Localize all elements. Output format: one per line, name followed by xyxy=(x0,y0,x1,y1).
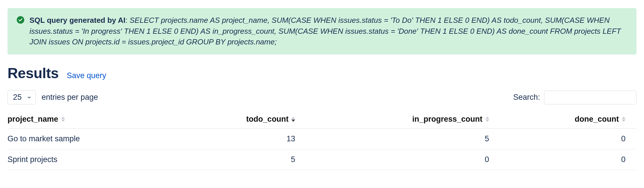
column-header-done_count[interactable]: done_count xyxy=(500,110,636,129)
sort-icon xyxy=(61,116,65,122)
column-header-todo_count[interactable]: todo_count xyxy=(174,110,306,129)
results-table-head: project_nametodo_countin_progress_countd… xyxy=(8,110,636,129)
sort-icon xyxy=(622,116,626,122)
sort-icon xyxy=(291,116,295,122)
right-controls: Search: xyxy=(513,91,636,104)
sql-alert-prefix: SQL query generated by AI xyxy=(29,16,125,25)
cell-in_progress_count: 0 xyxy=(306,149,500,170)
column-header-in_progress_count[interactable]: in_progress_count xyxy=(306,110,500,129)
chevron-down-icon xyxy=(27,93,31,102)
svg-marker-2 xyxy=(291,117,295,119)
column-label: project_name xyxy=(8,115,58,124)
sort-icon xyxy=(485,116,489,122)
controls-row: 25 entries per page Search: xyxy=(8,90,636,104)
entries-per-page-label: entries per page xyxy=(42,93,98,102)
cell-todo_count: 5 xyxy=(174,149,306,170)
svg-marker-3 xyxy=(291,120,295,122)
column-header-project_name[interactable]: project_name xyxy=(8,110,174,129)
cell-done_count: 0 xyxy=(500,129,636,149)
column-label: in_progress_count xyxy=(412,115,483,124)
results-title: Results xyxy=(8,65,59,82)
page-size-select[interactable]: 25 xyxy=(8,90,36,104)
cell-project_name: Sprint projects xyxy=(8,149,174,170)
svg-marker-1 xyxy=(61,120,65,122)
table-row: Go to market sample1350 xyxy=(8,129,636,149)
results-header: Results Save query xyxy=(8,65,636,82)
success-check-icon xyxy=(17,16,24,24)
cell-project_name: Go to market sample xyxy=(8,129,174,149)
left-controls: 25 entries per page xyxy=(8,90,98,104)
column-label: todo_count xyxy=(246,115,289,124)
results-table-body: Go to market sample1350Sprint projects50… xyxy=(8,129,636,170)
sql-alert: SQL query generated by AI: SELECT projec… xyxy=(8,8,636,54)
cell-todo_count: 13 xyxy=(174,129,306,149)
sql-alert-separator: : xyxy=(125,16,129,25)
svg-marker-5 xyxy=(485,120,489,122)
save-query-link[interactable]: Save query xyxy=(67,71,106,80)
column-label: done_count xyxy=(575,115,619,124)
search-label: Search: xyxy=(513,93,540,102)
svg-marker-7 xyxy=(622,120,626,122)
results-table: project_nametodo_countin_progress_countd… xyxy=(8,110,636,170)
search-input[interactable] xyxy=(544,91,636,104)
success-icon-wrap xyxy=(17,15,24,24)
cell-in_progress_count: 5 xyxy=(306,129,500,149)
svg-marker-6 xyxy=(622,117,626,119)
page-size-value: 25 xyxy=(13,93,22,102)
sql-alert-body: SQL query generated by AI: SELECT projec… xyxy=(29,15,627,48)
svg-marker-0 xyxy=(61,117,65,119)
table-row: Sprint projects500 xyxy=(8,149,636,170)
svg-marker-4 xyxy=(485,117,489,119)
cell-done_count: 0 xyxy=(500,149,636,170)
